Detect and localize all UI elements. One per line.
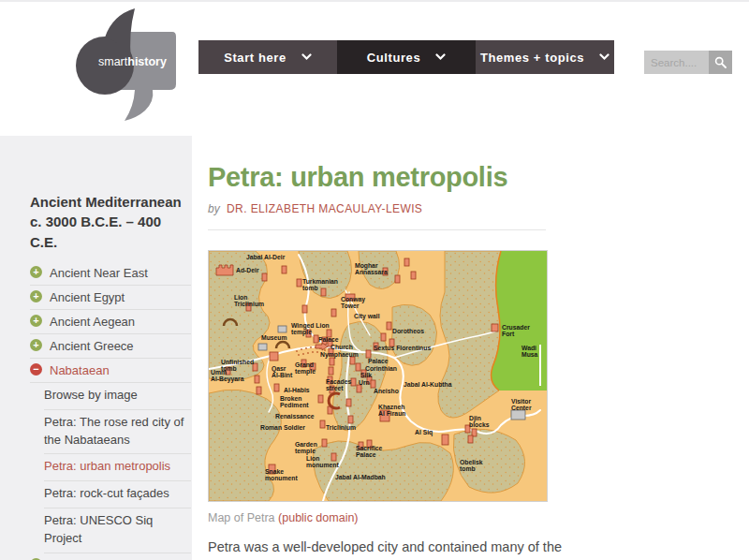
sidebar-subitem-browse-by-image[interactable]: Browse by image — [44, 383, 191, 410]
sidebar-item-label: Nabataean — [50, 362, 110, 377]
map-building-icon — [381, 333, 386, 341]
plus-icon[interactable]: + — [30, 290, 42, 302]
sidebar-item-etruscan[interactable]: + Etruscan — [30, 553, 191, 560]
map-label: Church — [330, 344, 353, 350]
map-building-icon — [318, 395, 323, 403]
search-input[interactable] — [644, 51, 709, 74]
nav-cultures[interactable]: Cultures — [337, 40, 476, 74]
map-trail-dot — [305, 347, 307, 349]
map-facility-icon — [258, 344, 267, 350]
map-building-icon — [348, 416, 353, 423]
sidebar-subitem-rose-red-city[interactable]: Petra: The rose red city of the Nabataea… — [44, 410, 191, 455]
logo-word-history: history — [127, 55, 167, 68]
sidebar-subitem-rock-cut-facades[interactable]: Petra: rock-cut façades — [44, 481, 191, 508]
byline-prefix: by — [208, 202, 220, 215]
map-label: Museum — [261, 334, 287, 341]
plus-icon[interactable]: + — [30, 315, 42, 327]
map-label: Urn — [359, 379, 370, 386]
map-building-icon — [322, 439, 327, 447]
sidebar-list: + Ancient Near East + Ancient Egypt + An… — [30, 261, 191, 560]
map-monastery-icon — [216, 265, 233, 275]
sidebar-item-nabataean[interactable]: − Nabataean — [30, 359, 191, 383]
page-body: Petra: urban metropolis by DR. ELIZABETH… — [0, 136, 749, 560]
map-building-icon — [274, 384, 279, 391]
map-trail-dot — [296, 350, 298, 352]
map-facility-icon — [278, 326, 286, 332]
search-box — [644, 51, 732, 74]
map-building-icon — [302, 305, 307, 313]
map-label: Gardentemple — [295, 441, 317, 455]
sidebar-item-label: Ancient Greece — [50, 338, 134, 353]
map-label: Sextus Florentinus — [374, 345, 431, 351]
map-label: Palace — [318, 336, 339, 343]
map-label: KhaznehAl Firaun — [378, 404, 405, 417]
map-label: Corinthian — [365, 365, 397, 372]
search-button[interactable] — [709, 51, 732, 74]
nav-themes-topics[interactable]: Themes + topics — [476, 40, 614, 74]
map-label: Jabal Al-Kubtha — [404, 381, 452, 388]
caption-text: Map of Petra — [208, 511, 275, 524]
site-header: smarthistory Start here Cultures Themes … — [0, 0, 749, 136]
plus-icon[interactable]: + — [30, 339, 42, 351]
map-building-icon — [356, 363, 360, 371]
map-label: VisitorCenter — [511, 398, 532, 411]
map-label: WadiMusa — [521, 345, 538, 358]
smarthistory-logo[interactable]: smarthistory — [73, 6, 184, 125]
map-building-icon — [255, 376, 259, 383]
divider — [208, 229, 546, 230]
map-building-icon — [366, 350, 371, 358]
map-building-icon — [492, 324, 498, 332]
map-label: Ad-Deir — [236, 267, 259, 273]
map-building-icon — [351, 378, 356, 386]
sidebar-heading-line2: c. 3000 B.C.E. – 400 C.E. — [30, 212, 191, 252]
sidebar-heading: Ancient Mediterranean c. 3000 B.C.E. – 4… — [30, 192, 191, 252]
sidebar-item-label: Ancient Aegean — [50, 314, 135, 329]
sidebar-item-ancient-near-east[interactable]: + Ancient Near East — [30, 261, 191, 286]
map-building-icon — [329, 367, 333, 375]
map-building-icon — [411, 272, 416, 279]
map-trail-dot — [307, 352, 309, 354]
logo-word-smart: smart — [98, 55, 127, 68]
map-trail-dot — [316, 351, 318, 353]
nav-start-here[interactable]: Start here — [198, 40, 337, 74]
map-building-icon — [350, 357, 355, 364]
map-building-icon — [320, 420, 325, 428]
page-title: Petra: urban metropolis — [208, 162, 749, 193]
map-building-icon — [442, 435, 448, 445]
nav-start-here-label: Start here — [224, 51, 286, 65]
plus-icon[interactable]: + — [30, 266, 42, 278]
petra-map-svg: Jabal Al-DeirAd-DeirMogharAnnassaraTurkm… — [208, 250, 548, 502]
byline: by DR. ELIZABETH MACAULAY-LEWIS — [208, 202, 749, 215]
author-link[interactable]: DR. ELIZABETH MACAULAY-LEWIS — [227, 202, 422, 215]
sidebar-item-ancient-egypt[interactable]: + Ancient Egypt — [30, 286, 191, 310]
map-label: Al-Habis — [284, 387, 310, 393]
map-label: Jabal Al-Madbah — [335, 474, 386, 480]
map-label: Aneisho — [374, 388, 399, 394]
map-caption: Map of Petra (public domain) — [208, 511, 548, 524]
search-icon — [714, 56, 727, 68]
map-building-icon — [321, 288, 326, 296]
map-label: Jabal Al-Deir — [246, 254, 286, 260]
map-trail-dot — [310, 346, 312, 348]
map-building-icon — [257, 387, 261, 394]
minus-icon[interactable]: − — [30, 363, 42, 376]
map-building-icon — [270, 352, 278, 361]
map-label: Roman Soldier — [260, 424, 305, 431]
map-building-icon — [371, 380, 375, 388]
map-label: Triclinium — [326, 424, 356, 431]
chevron-down-icon — [435, 53, 446, 61]
sidebar-subitem-unesco-siq-project[interactable]: Petra: UNESCO Siq Project — [44, 508, 191, 553]
map-label: Nymphaeum — [320, 351, 359, 359]
sidebar-subitem-urban-metropolis[interactable]: Petra: urban metropolis — [44, 454, 191, 481]
map-building-icon — [468, 435, 473, 443]
browser-page: smarthistory Start here Cultures Themes … — [0, 0, 749, 560]
sidebar: Ancient Mediterranean c. 3000 B.C.E. – 4… — [30, 192, 191, 560]
map-building-icon — [395, 275, 400, 283]
public-domain-link[interactable]: (public domain) — [278, 511, 358, 524]
map-building-icon — [404, 258, 409, 266]
map-trail-dot — [302, 353, 304, 355]
map-label: Dorotheos — [392, 328, 424, 334]
sidebar-item-ancient-aegean[interactable]: + Ancient Aegean — [30, 310, 191, 334]
map-label: Silk — [360, 372, 372, 378]
sidebar-item-ancient-greece[interactable]: + Ancient Greece — [30, 334, 191, 359]
